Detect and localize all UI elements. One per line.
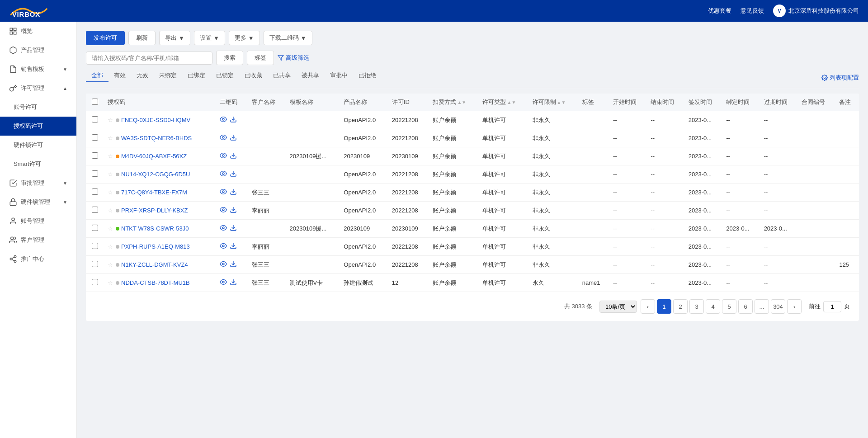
- download-icon-7[interactable]: [230, 242, 237, 251]
- star-icon-2[interactable]: ☆: [108, 153, 113, 160]
- row-checkbox-8[interactable]: [92, 261, 98, 267]
- download-icon-6[interactable]: [230, 224, 237, 233]
- filter-tab-locked[interactable]: 已锁定: [211, 70, 239, 82]
- sidebar-item-account-mgmt[interactable]: 账号管理: [0, 212, 76, 231]
- filter-tab-unbound[interactable]: 未绑定: [154, 70, 182, 82]
- filter-tab-valid[interactable]: 有效: [108, 70, 131, 82]
- refresh-button[interactable]: 刷新: [128, 31, 156, 45]
- view-icon-3[interactable]: [220, 170, 227, 179]
- auth-code-text-0[interactable]: FNEQ-0XJE-SSD0-HQMV: [121, 117, 190, 123]
- download-icon-9[interactable]: [230, 278, 237, 287]
- sidebar-item-product[interactable]: 产品管理: [0, 41, 76, 60]
- row-checkbox-3[interactable]: [92, 170, 98, 177]
- view-icon-9[interactable]: [220, 278, 227, 287]
- view-icon-8[interactable]: [220, 260, 227, 269]
- goto-page-input[interactable]: [823, 301, 841, 312]
- auth-code-text-9[interactable]: NDDA-CTSB-78DT-MU1B: [121, 279, 190, 286]
- filter-tab-all[interactable]: 全部: [86, 70, 108, 82]
- filter-tab-collected[interactable]: 已收藏: [239, 70, 268, 82]
- sidebar-item-customer-mgmt[interactable]: 客户管理: [0, 231, 76, 250]
- auth-code-text-5[interactable]: PRXF-XRSP-DLLY-KBXZ: [121, 207, 188, 214]
- advanced-filter-button[interactable]: 高级筛选: [278, 54, 309, 62]
- auth-code-text-4[interactable]: 717C-Q8Y4-TBXE-FX7M: [121, 189, 187, 196]
- page-5-button[interactable]: 5: [722, 299, 736, 314]
- page-size-select[interactable]: 10条/页 20条/页 50条/页: [599, 301, 637, 313]
- tag-button[interactable]: 标签: [247, 51, 274, 65]
- sidebar-item-hardware-license[interactable]: 硬件锁许可: [0, 136, 76, 155]
- column-config-button[interactable]: 列表项配置: [821, 74, 859, 82]
- row-checkbox-7[interactable]: [92, 243, 98, 249]
- page-4-button[interactable]: 4: [706, 299, 720, 314]
- view-icon-1[interactable]: [220, 134, 227, 142]
- star-icon-5[interactable]: ☆: [108, 207, 113, 214]
- row-checkbox-9[interactable]: [92, 279, 98, 285]
- settings-button[interactable]: 设置 ▼: [194, 31, 225, 45]
- download-icon-4[interactable]: [230, 188, 237, 197]
- auth-code-text-1[interactable]: WA3S-SDTQ-NER6-BHDS: [121, 135, 192, 141]
- export-button[interactable]: 导出 ▼: [159, 31, 190, 45]
- download-qr-button[interactable]: 下载二维码 ▼: [264, 31, 312, 45]
- feedback-label[interactable]: 意见反馈: [741, 7, 764, 15]
- page-6-button[interactable]: 6: [738, 299, 753, 314]
- search-input[interactable]: [86, 52, 212, 65]
- row-checkbox-4[interactable]: [92, 188, 98, 195]
- download-icon-2[interactable]: [230, 152, 237, 160]
- auth-code-text-6[interactable]: NTKT-W78S-CSWR-53J0: [121, 225, 189, 232]
- star-icon-7[interactable]: ☆: [108, 243, 113, 250]
- row-checkbox-1[interactable]: [92, 134, 98, 141]
- more-button[interactable]: 更多 ▼: [229, 31, 260, 45]
- filter-tab-reviewing[interactable]: 审批中: [325, 70, 353, 82]
- star-icon-6[interactable]: ☆: [108, 225, 113, 232]
- sidebar-item-license[interactable]: 许可管理 ▲: [0, 79, 76, 98]
- select-all-checkbox[interactable]: [92, 99, 98, 105]
- limit-sort-icon[interactable]: ▲▼: [557, 100, 566, 105]
- view-icon-0[interactable]: [220, 116, 227, 124]
- download-icon-3[interactable]: [230, 170, 237, 179]
- prev-page-button[interactable]: ‹: [641, 299, 655, 314]
- auth-code-text-3[interactable]: NU14-XQ12-CGQG-6D5U: [121, 171, 190, 178]
- download-icon-1[interactable]: [230, 134, 237, 142]
- type-sort-icon[interactable]: ▲▼: [507, 100, 516, 105]
- promo-label[interactable]: 优惠套餐: [708, 7, 731, 15]
- filter-tab-bound[interactable]: 已绑定: [182, 70, 211, 82]
- download-icon-0[interactable]: [230, 116, 237, 124]
- search-button[interactable]: 搜索: [216, 51, 243, 65]
- page-1-button[interactable]: 1: [657, 299, 671, 314]
- auth-code-text-7[interactable]: PXPH-RUPS-A1EQ-M813: [121, 243, 190, 250]
- view-icon-4[interactable]: [220, 188, 227, 197]
- view-icon-6[interactable]: [220, 224, 227, 233]
- star-icon-9[interactable]: ☆: [108, 279, 113, 286]
- sidebar-item-overview[interactable]: 概览: [0, 22, 76, 41]
- filter-tab-rejected[interactable]: 已拒绝: [353, 70, 382, 82]
- filter-tab-invalid[interactable]: 无效: [131, 70, 154, 82]
- sidebar-item-promotion[interactable]: 推广中心: [0, 250, 76, 268]
- page-2-button[interactable]: 2: [673, 299, 688, 314]
- view-icon-7[interactable]: [220, 242, 227, 251]
- view-icon-5[interactable]: [220, 206, 227, 215]
- download-icon-5[interactable]: [230, 206, 237, 215]
- filter-tab-be-shared[interactable]: 被共享: [296, 70, 325, 82]
- sidebar-item-auth-license[interactable]: 授权码许可: [0, 117, 76, 136]
- sidebar-item-smart-license[interactable]: Smart许可: [0, 155, 76, 174]
- sidebar-item-sales[interactable]: 销售模板 ▼: [0, 60, 76, 79]
- company-name[interactable]: 北京深盾科技股份有限公司: [788, 7, 859, 15]
- filter-tab-shared[interactable]: 已共享: [268, 70, 296, 82]
- billing-sort-icon[interactable]: ▲▼: [457, 100, 466, 105]
- star-icon-8[interactable]: ☆: [108, 261, 113, 268]
- download-icon-8[interactable]: [230, 260, 237, 269]
- row-checkbox-6[interactable]: [92, 225, 98, 231]
- star-icon-1[interactable]: ☆: [108, 135, 113, 141]
- sidebar-item-approval[interactable]: 审批管理 ▼: [0, 174, 76, 193]
- row-checkbox-2[interactable]: [92, 152, 98, 159]
- publish-button[interactable]: 发布许可: [86, 31, 125, 45]
- row-checkbox-0[interactable]: [92, 116, 98, 122]
- sidebar-item-hardware-lock[interactable]: 硬件锁管理 ▼: [0, 193, 76, 212]
- star-icon-0[interactable]: ☆: [108, 117, 113, 123]
- view-icon-2[interactable]: [220, 152, 227, 160]
- row-checkbox-5[interactable]: [92, 207, 98, 213]
- sidebar-item-account-license[interactable]: 账号许可: [0, 98, 76, 117]
- star-icon-3[interactable]: ☆: [108, 171, 113, 178]
- page-304-button[interactable]: 304: [771, 299, 785, 314]
- page-3-button[interactable]: 3: [689, 299, 704, 314]
- auth-code-text-2[interactable]: M4DV-60JQ-ABXE-56XZ: [121, 153, 187, 160]
